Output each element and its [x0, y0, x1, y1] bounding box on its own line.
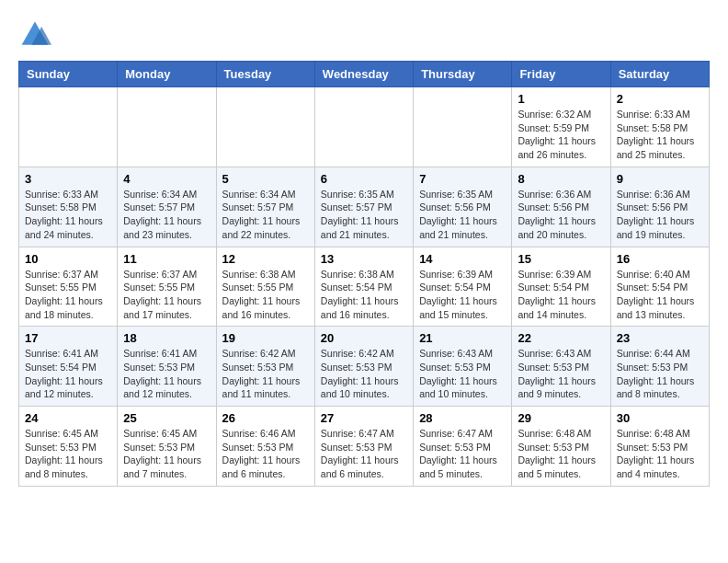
day-cell-24: 24Sunrise: 6:45 AM Sunset: 5:53 PM Dayli… [19, 407, 118, 487]
day-number: 25 [123, 411, 210, 425]
day-number: 28 [419, 411, 506, 425]
day-number: 26 [222, 411, 309, 425]
day-cell-2: 2Sunrise: 6:33 AM Sunset: 5:58 PM Daylig… [610, 87, 709, 167]
weekday-header-sunday: Sunday [19, 62, 118, 87]
day-info: Sunrise: 6:44 AM Sunset: 5:53 PM Dayligh… [617, 347, 703, 401]
day-cell-13: 13Sunrise: 6:38 AM Sunset: 5:54 PM Dayli… [314, 247, 413, 327]
empty-cell [118, 87, 216, 167]
day-cell-30: 30Sunrise: 6:48 AM Sunset: 5:53 PM Dayli… [610, 407, 709, 487]
day-cell-18: 18Sunrise: 6:41 AM Sunset: 5:53 PM Dayli… [118, 327, 216, 407]
day-number: 18 [123, 331, 210, 345]
day-info: Sunrise: 6:42 AM Sunset: 5:53 PM Dayligh… [321, 347, 407, 401]
day-number: 22 [518, 331, 604, 345]
day-cell-9: 9Sunrise: 6:36 AM Sunset: 5:56 PM Daylig… [610, 167, 709, 247]
weekday-header-tuesday: Tuesday [216, 62, 314, 87]
day-cell-19: 19Sunrise: 6:42 AM Sunset: 5:53 PM Dayli… [216, 327, 314, 407]
empty-cell [19, 87, 118, 167]
week-row-4: 24Sunrise: 6:45 AM Sunset: 5:53 PM Dayli… [19, 407, 710, 487]
day-number: 27 [321, 411, 407, 425]
day-number: 2 [617, 92, 703, 106]
day-info: Sunrise: 6:47 AM Sunset: 5:53 PM Dayligh… [321, 427, 407, 481]
weekday-header-thursday: Thursday [414, 62, 512, 87]
logo-icon [18, 18, 51, 52]
day-info: Sunrise: 6:48 AM Sunset: 5:53 PM Dayligh… [518, 427, 604, 481]
day-cell-27: 27Sunrise: 6:47 AM Sunset: 5:53 PM Dayli… [314, 407, 413, 487]
day-info: Sunrise: 6:35 AM Sunset: 5:56 PM Dayligh… [419, 188, 506, 242]
weekday-header-friday: Friday [512, 62, 610, 87]
day-cell-20: 20Sunrise: 6:42 AM Sunset: 5:53 PM Dayli… [314, 327, 413, 407]
day-number: 9 [617, 172, 703, 186]
day-info: Sunrise: 6:40 AM Sunset: 5:54 PM Dayligh… [617, 268, 703, 322]
day-number: 24 [25, 411, 111, 425]
day-info: Sunrise: 6:45 AM Sunset: 5:53 PM Dayligh… [123, 427, 210, 481]
day-number: 29 [518, 411, 604, 425]
day-number: 6 [321, 172, 407, 186]
day-cell-12: 12Sunrise: 6:38 AM Sunset: 5:55 PM Dayli… [216, 247, 314, 327]
day-info: Sunrise: 6:45 AM Sunset: 5:53 PM Dayligh… [25, 427, 111, 481]
day-info: Sunrise: 6:42 AM Sunset: 5:53 PM Dayligh… [222, 347, 309, 401]
weekday-header-monday: Monday [118, 62, 216, 87]
day-info: Sunrise: 6:32 AM Sunset: 5:59 PM Dayligh… [518, 108, 604, 162]
day-number: 11 [123, 252, 210, 266]
day-info: Sunrise: 6:35 AM Sunset: 5:57 PM Dayligh… [321, 188, 407, 242]
empty-cell [216, 87, 314, 167]
calendar-table: SundayMondayTuesdayWednesdayThursdayFrid… [18, 61, 710, 487]
day-cell-10: 10Sunrise: 6:37 AM Sunset: 5:55 PM Dayli… [19, 247, 118, 327]
day-info: Sunrise: 6:36 AM Sunset: 5:56 PM Dayligh… [518, 188, 604, 242]
day-number: 23 [617, 331, 703, 345]
day-number: 13 [321, 252, 407, 266]
day-number: 21 [419, 331, 506, 345]
day-number: 10 [25, 252, 111, 266]
empty-cell [314, 87, 413, 167]
weekday-header-row: SundayMondayTuesdayWednesdayThursdayFrid… [19, 62, 710, 87]
day-info: Sunrise: 6:48 AM Sunset: 5:53 PM Dayligh… [617, 427, 703, 481]
day-number: 7 [419, 172, 506, 186]
week-row-2: 10Sunrise: 6:37 AM Sunset: 5:55 PM Dayli… [19, 247, 710, 327]
day-number: 16 [617, 252, 703, 266]
page-header [18, 18, 710, 52]
day-info: Sunrise: 6:43 AM Sunset: 5:53 PM Dayligh… [419, 347, 506, 401]
day-cell-16: 16Sunrise: 6:40 AM Sunset: 5:54 PM Dayli… [610, 247, 709, 327]
day-cell-14: 14Sunrise: 6:39 AM Sunset: 5:54 PM Dayli… [414, 247, 512, 327]
day-cell-25: 25Sunrise: 6:45 AM Sunset: 5:53 PM Dayli… [118, 407, 216, 487]
day-cell-26: 26Sunrise: 6:46 AM Sunset: 5:53 PM Dayli… [216, 407, 314, 487]
weekday-header-saturday: Saturday [610, 62, 709, 87]
day-cell-29: 29Sunrise: 6:48 AM Sunset: 5:53 PM Dayli… [512, 407, 610, 487]
day-cell-15: 15Sunrise: 6:39 AM Sunset: 5:54 PM Dayli… [512, 247, 610, 327]
day-number: 14 [419, 252, 506, 266]
week-row-1: 3Sunrise: 6:33 AM Sunset: 5:58 PM Daylig… [19, 167, 710, 247]
day-number: 4 [123, 172, 210, 186]
day-info: Sunrise: 6:33 AM Sunset: 5:58 PM Dayligh… [25, 188, 111, 242]
day-number: 30 [617, 411, 703, 425]
day-number: 20 [321, 331, 407, 345]
day-info: Sunrise: 6:43 AM Sunset: 5:53 PM Dayligh… [518, 347, 604, 401]
day-info: Sunrise: 6:46 AM Sunset: 5:53 PM Dayligh… [222, 427, 309, 481]
day-info: Sunrise: 6:39 AM Sunset: 5:54 PM Dayligh… [518, 268, 604, 322]
day-cell-8: 8Sunrise: 6:36 AM Sunset: 5:56 PM Daylig… [512, 167, 610, 247]
day-cell-4: 4Sunrise: 6:34 AM Sunset: 5:57 PM Daylig… [118, 167, 216, 247]
day-number: 8 [518, 172, 604, 186]
day-number: 5 [222, 172, 309, 186]
day-info: Sunrise: 6:34 AM Sunset: 5:57 PM Dayligh… [222, 188, 309, 242]
day-cell-7: 7Sunrise: 6:35 AM Sunset: 5:56 PM Daylig… [414, 167, 512, 247]
day-info: Sunrise: 6:38 AM Sunset: 5:54 PM Dayligh… [321, 268, 407, 322]
day-info: Sunrise: 6:41 AM Sunset: 5:54 PM Dayligh… [25, 347, 111, 401]
empty-cell [414, 87, 512, 167]
day-info: Sunrise: 6:38 AM Sunset: 5:55 PM Dayligh… [222, 268, 309, 322]
day-cell-1: 1Sunrise: 6:32 AM Sunset: 5:59 PM Daylig… [512, 87, 610, 167]
day-number: 15 [518, 252, 604, 266]
day-number: 1 [518, 92, 604, 106]
day-cell-5: 5Sunrise: 6:34 AM Sunset: 5:57 PM Daylig… [216, 167, 314, 247]
day-cell-17: 17Sunrise: 6:41 AM Sunset: 5:54 PM Dayli… [19, 327, 118, 407]
day-cell-23: 23Sunrise: 6:44 AM Sunset: 5:53 PM Dayli… [610, 327, 709, 407]
day-cell-21: 21Sunrise: 6:43 AM Sunset: 5:53 PM Dayli… [414, 327, 512, 407]
day-info: Sunrise: 6:41 AM Sunset: 5:53 PM Dayligh… [123, 347, 210, 401]
day-cell-3: 3Sunrise: 6:33 AM Sunset: 5:58 PM Daylig… [19, 167, 118, 247]
day-info: Sunrise: 6:33 AM Sunset: 5:58 PM Dayligh… [617, 108, 703, 162]
day-cell-28: 28Sunrise: 6:47 AM Sunset: 5:53 PM Dayli… [414, 407, 512, 487]
logo [18, 18, 57, 52]
day-cell-11: 11Sunrise: 6:37 AM Sunset: 5:55 PM Dayli… [118, 247, 216, 327]
day-info: Sunrise: 6:37 AM Sunset: 5:55 PM Dayligh… [123, 268, 210, 322]
week-row-0: 1Sunrise: 6:32 AM Sunset: 5:59 PM Daylig… [19, 87, 710, 167]
day-info: Sunrise: 6:47 AM Sunset: 5:53 PM Dayligh… [419, 427, 506, 481]
